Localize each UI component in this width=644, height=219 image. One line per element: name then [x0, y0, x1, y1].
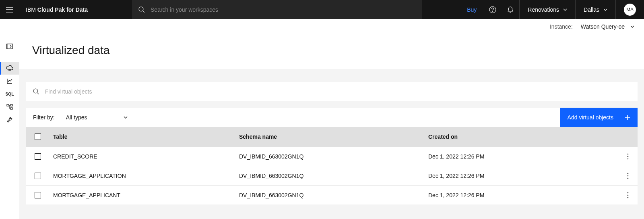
svg-rect-7 [10, 108, 12, 109]
svg-point-11 [627, 158, 629, 159]
row-checkbox[interactable] [35, 173, 41, 179]
find-panel[interactable] [26, 82, 638, 101]
instance-switcher[interactable]: Watson Query-oe [581, 23, 634, 30]
analytics-icon [6, 78, 13, 84]
filter-label: Filter by: [33, 114, 55, 121]
rail-item-collapse[interactable] [0, 40, 19, 53]
svg-point-10 [627, 156, 629, 157]
table-header-row: Table Schema name Created on [26, 127, 638, 146]
wrench-icon [6, 117, 13, 123]
instance-value: Watson Query-oe [581, 23, 625, 30]
table-row: MORTGAGE_APPLICANT DV_IBMID_663002GN1Q D… [26, 185, 638, 204]
data-cloud-icon [6, 65, 13, 71]
global-search-input[interactable] [151, 6, 415, 13]
cell-created: Dec 1, 2022 12:26 PM [428, 173, 618, 179]
overflow-icon [627, 173, 629, 179]
user-menu[interactable]: MA [615, 0, 644, 19]
find-input[interactable] [45, 88, 630, 95]
topbar-right: Buy Renovations Dallas MA [460, 0, 644, 19]
cell-schema: DV_IBMID_663002GN1Q [239, 192, 428, 198]
svg-rect-6 [10, 104, 12, 106]
bell-icon [507, 6, 514, 13]
svg-point-16 [627, 194, 629, 196]
cell-table: MORTGAGE_APPLICATION [50, 173, 239, 179]
row-overflow-menu[interactable] [618, 153, 638, 160]
rail-item-tools[interactable] [0, 113, 19, 126]
svg-point-2 [492, 11, 493, 12]
column-header-created[interactable]: Created on [428, 133, 618, 140]
column-header-table[interactable]: Table [50, 133, 239, 140]
left-rail: SQL [0, 34, 19, 219]
account-label: Renovations [528, 6, 559, 13]
search-icon [33, 88, 39, 95]
cell-created: Dec 1, 2022 12:26 PM [428, 192, 618, 198]
type-filter-select[interactable]: All types [66, 114, 128, 121]
avatar: MA [624, 4, 636, 16]
notifications-button[interactable] [502, 0, 519, 19]
instance-row: Instance: Watson Query-oe [0, 19, 644, 34]
cell-schema: DV_IBMID_663002GN1Q [239, 153, 428, 160]
add-virtual-objects-button[interactable]: Add virtual objects [560, 108, 638, 127]
cell-table: MORTGAGE_APPLICANT [50, 192, 239, 198]
schema-icon [6, 104, 13, 110]
page-title: Virtualized data [19, 34, 644, 69]
help-icon [489, 6, 496, 13]
chevron-down-icon [630, 25, 634, 28]
global-search[interactable] [132, 0, 422, 19]
instance-label: Instance: [550, 23, 573, 30]
svg-point-9 [627, 153, 629, 154]
svg-point-14 [627, 177, 629, 179]
hamburger-icon [6, 7, 13, 13]
table-row: MORTGAGE_APPLICATION DV_IBMID_663002GN1Q… [26, 166, 638, 185]
filter-toolbar: Filter by: All types Add virtual objects [26, 108, 638, 127]
svg-rect-3 [7, 44, 12, 49]
top-header: IBM Cloud Pak for Data Buy Renovations D… [0, 0, 644, 19]
rail-item-virtualized-data[interactable] [0, 62, 19, 75]
table-row: CREDIT_SCORE DV_IBMID_663002GN1Q Dec 1, … [26, 146, 638, 166]
add-button-label: Add virtual objects [568, 114, 613, 121]
buy-link[interactable]: Buy [460, 6, 484, 13]
svg-point-17 [627, 197, 629, 198]
chevron-down-icon [603, 8, 607, 11]
main-content: Virtualized data Filter by: All types Ad… [19, 34, 644, 219]
account-switcher[interactable]: Renovations [519, 0, 575, 19]
hamburger-menu-button[interactable] [0, 0, 19, 19]
svg-point-8 [33, 89, 38, 93]
search-icon [138, 6, 145, 13]
cell-schema: DV_IBMID_663002GN1Q [239, 173, 428, 179]
cell-table: CREDIT_SCORE [50, 153, 239, 160]
virtual-objects-table: Table Schema name Created on CREDIT_SCOR… [26, 127, 638, 204]
overflow-icon [627, 153, 629, 160]
chevron-down-icon [124, 116, 128, 119]
select-all-checkbox[interactable] [35, 133, 41, 140]
svg-point-12 [627, 173, 629, 174]
rail-item-analytics[interactable] [0, 75, 19, 88]
row-overflow-menu[interactable] [618, 173, 638, 179]
row-checkbox[interactable] [35, 153, 41, 160]
cell-created: Dec 1, 2022 12:26 PM [428, 153, 618, 160]
type-filter-value: All types [66, 114, 87, 121]
row-checkbox[interactable] [35, 192, 41, 198]
help-button[interactable] [484, 0, 502, 19]
chevron-down-icon [563, 8, 567, 11]
overflow-icon [627, 192, 629, 198]
svg-point-0 [139, 7, 143, 11]
topbar-left: IBM Cloud Pak for Data [0, 0, 94, 19]
column-header-schema[interactable]: Schema name [239, 133, 428, 140]
svg-point-13 [627, 175, 629, 176]
plus-icon [625, 115, 630, 120]
row-overflow-menu[interactable] [618, 192, 638, 198]
brand-label: IBM Cloud Pak for Data [19, 6, 94, 13]
rail-item-sql[interactable]: SQL [0, 88, 19, 100]
content-area: Filter by: All types Add virtual objects… [19, 69, 644, 219]
svg-point-15 [627, 192, 629, 193]
brand-prefix: IBM [26, 6, 37, 13]
brand-bold: Cloud Pak for Data [37, 6, 88, 13]
region-label: Dallas [584, 6, 599, 13]
sql-icon: SQL [5, 92, 14, 96]
region-switcher[interactable]: Dallas [575, 0, 615, 19]
svg-rect-5 [7, 104, 9, 106]
collapse-icon [6, 43, 13, 50]
rail-item-schema[interactable] [0, 100, 19, 113]
